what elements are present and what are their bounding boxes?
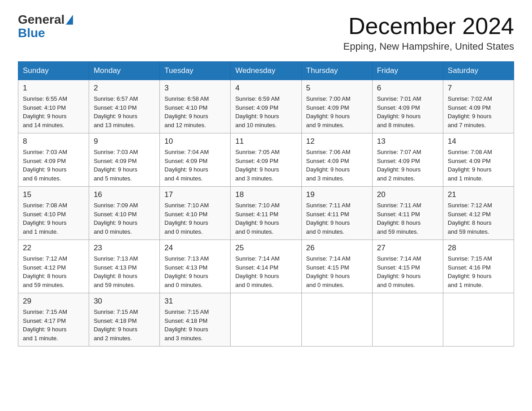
day-info: Sunrise: 7:14 AMSunset: 4:14 PMDaylight:… <box>235 254 296 289</box>
calendar-cell: 19Sunrise: 7:11 AMSunset: 4:11 PMDayligh… <box>301 187 372 240</box>
day-header-thursday: Thursday <box>301 62 372 80</box>
week-row-1: 1Sunrise: 6:55 AMSunset: 4:10 PMDaylight… <box>18 80 514 133</box>
day-number: 26 <box>306 244 368 253</box>
day-info: Sunrise: 6:57 AMSunset: 4:10 PMDaylight:… <box>94 94 155 129</box>
day-header-saturday: Saturday <box>443 62 514 80</box>
day-info: Sunrise: 7:15 AMSunset: 4:18 PMDaylight:… <box>94 308 155 342</box>
day-info: Sunrise: 7:15 AMSunset: 4:18 PMDaylight:… <box>164 308 226 342</box>
day-number: 8 <box>23 137 84 146</box>
day-header-tuesday: Tuesday <box>160 62 231 80</box>
page-header: General Blue December 2024 Epping, New H… <box>18 13 514 52</box>
day-info: Sunrise: 7:03 AMSunset: 4:09 PMDaylight:… <box>94 148 155 183</box>
day-info: Sunrise: 7:08 AMSunset: 4:10 PMDaylight:… <box>23 201 84 236</box>
day-number: 12 <box>306 137 368 146</box>
logo-general-text: General <box>18 13 64 26</box>
calendar-cell: 20Sunrise: 7:11 AMSunset: 4:11 PMDayligh… <box>372 187 443 240</box>
day-header-monday: Monday <box>89 62 160 80</box>
day-number: 17 <box>164 190 226 199</box>
calendar-cell: 5Sunrise: 7:00 AMSunset: 4:09 PMDaylight… <box>301 80 372 133</box>
day-info: Sunrise: 7:15 AMSunset: 4:17 PMDaylight:… <box>23 308 84 342</box>
calendar-cell: 26Sunrise: 7:14 AMSunset: 4:15 PMDayligh… <box>301 240 372 293</box>
calendar-cell: 10Sunrise: 7:04 AMSunset: 4:09 PMDayligh… <box>160 133 231 187</box>
day-number: 15 <box>23 190 84 199</box>
calendar-cell: 2Sunrise: 6:57 AMSunset: 4:10 PMDaylight… <box>89 80 160 133</box>
month-title: December 2024 <box>343 13 514 39</box>
day-number: 19 <box>306 190 368 199</box>
location-text: Epping, New Hampshire, United States <box>343 41 514 52</box>
calendar-cell: 14Sunrise: 7:08 AMSunset: 4:09 PMDayligh… <box>443 133 514 187</box>
day-info: Sunrise: 7:02 AMSunset: 4:09 PMDaylight:… <box>448 94 509 129</box>
calendar-cell: 11Sunrise: 7:05 AMSunset: 4:09 PMDayligh… <box>231 133 301 187</box>
day-number: 29 <box>23 297 84 306</box>
day-info: Sunrise: 7:01 AMSunset: 4:09 PMDaylight:… <box>377 94 438 129</box>
calendar-cell: 17Sunrise: 7:10 AMSunset: 4:10 PMDayligh… <box>160 187 231 240</box>
day-header-sunday: Sunday <box>18 62 89 80</box>
logo: General Blue <box>18 13 73 40</box>
calendar-cell <box>372 293 443 347</box>
calendar-cell: 12Sunrise: 7:06 AMSunset: 4:09 PMDayligh… <box>301 133 372 187</box>
calendar-header-row: SundayMondayTuesdayWednesdayThursdayFrid… <box>18 62 514 80</box>
day-number: 24 <box>164 244 226 253</box>
day-number: 30 <box>94 297 155 306</box>
day-number: 3 <box>164 84 226 93</box>
title-block: December 2024 Epping, New Hampshire, Uni… <box>343 13 514 52</box>
day-info: Sunrise: 7:15 AMSunset: 4:16 PMDaylight:… <box>448 254 509 289</box>
day-number: 23 <box>94 244 155 253</box>
day-number: 25 <box>235 244 296 253</box>
calendar-cell: 16Sunrise: 7:09 AMSunset: 4:10 PMDayligh… <box>89 187 160 240</box>
calendar-cell: 8Sunrise: 7:03 AMSunset: 4:09 PMDaylight… <box>18 133 89 187</box>
calendar-cell: 3Sunrise: 6:58 AMSunset: 4:10 PMDaylight… <box>160 80 231 133</box>
calendar-cell: 6Sunrise: 7:01 AMSunset: 4:09 PMDaylight… <box>372 80 443 133</box>
day-info: Sunrise: 7:12 AMSunset: 4:12 PMDaylight:… <box>448 201 509 236</box>
calendar-table: SundayMondayTuesdayWednesdayThursdayFrid… <box>18 61 514 347</box>
day-number: 28 <box>448 244 509 253</box>
calendar-cell: 23Sunrise: 7:13 AMSunset: 4:13 PMDayligh… <box>89 240 160 293</box>
day-number: 16 <box>94 190 155 199</box>
day-number: 7 <box>448 84 509 93</box>
day-number: 31 <box>164 297 226 306</box>
calendar-cell <box>231 293 301 347</box>
day-info: Sunrise: 7:11 AMSunset: 4:11 PMDaylight:… <box>377 201 438 236</box>
day-number: 2 <box>94 84 155 93</box>
calendar-cell: 31Sunrise: 7:15 AMSunset: 4:18 PMDayligh… <box>160 293 231 347</box>
day-info: Sunrise: 6:55 AMSunset: 4:10 PMDaylight:… <box>23 94 84 129</box>
calendar-cell: 24Sunrise: 7:13 AMSunset: 4:13 PMDayligh… <box>160 240 231 293</box>
day-number: 14 <box>448 137 509 146</box>
day-info: Sunrise: 7:13 AMSunset: 4:13 PMDaylight:… <box>94 254 155 289</box>
day-info: Sunrise: 7:00 AMSunset: 4:09 PMDaylight:… <box>306 94 368 129</box>
day-number: 27 <box>377 244 438 253</box>
day-info: Sunrise: 7:11 AMSunset: 4:11 PMDaylight:… <box>306 201 368 236</box>
day-number: 20 <box>377 190 438 199</box>
day-info: Sunrise: 7:12 AMSunset: 4:12 PMDaylight:… <box>23 254 84 289</box>
calendar-cell: 27Sunrise: 7:14 AMSunset: 4:15 PMDayligh… <box>372 240 443 293</box>
week-row-4: 22Sunrise: 7:12 AMSunset: 4:12 PMDayligh… <box>18 240 514 293</box>
calendar-cell: 18Sunrise: 7:10 AMSunset: 4:11 PMDayligh… <box>231 187 301 240</box>
day-number: 9 <box>94 137 155 146</box>
calendar-cell: 21Sunrise: 7:12 AMSunset: 4:12 PMDayligh… <box>443 187 514 240</box>
day-number: 18 <box>235 190 296 199</box>
calendar-cell: 25Sunrise: 7:14 AMSunset: 4:14 PMDayligh… <box>231 240 301 293</box>
day-number: 6 <box>377 84 438 93</box>
day-number: 22 <box>23 244 84 253</box>
day-info: Sunrise: 7:07 AMSunset: 4:09 PMDaylight:… <box>377 148 438 183</box>
calendar-cell: 28Sunrise: 7:15 AMSunset: 4:16 PMDayligh… <box>443 240 514 293</box>
day-header-wednesday: Wednesday <box>231 62 301 80</box>
day-info: Sunrise: 7:09 AMSunset: 4:10 PMDaylight:… <box>94 201 155 236</box>
day-header-friday: Friday <box>372 62 443 80</box>
calendar-cell: 4Sunrise: 6:59 AMSunset: 4:09 PMDaylight… <box>231 80 301 133</box>
day-info: Sunrise: 7:14 AMSunset: 4:15 PMDaylight:… <box>306 254 368 289</box>
day-info: Sunrise: 6:58 AMSunset: 4:10 PMDaylight:… <box>164 94 226 129</box>
calendar-cell: 9Sunrise: 7:03 AMSunset: 4:09 PMDaylight… <box>89 133 160 187</box>
day-info: Sunrise: 7:05 AMSunset: 4:09 PMDaylight:… <box>235 148 296 183</box>
calendar-cell <box>301 293 372 347</box>
day-number: 5 <box>306 84 368 93</box>
day-info: Sunrise: 7:06 AMSunset: 4:09 PMDaylight:… <box>306 148 368 183</box>
calendar-cell: 7Sunrise: 7:02 AMSunset: 4:09 PMDaylight… <box>443 80 514 133</box>
week-row-3: 15Sunrise: 7:08 AMSunset: 4:10 PMDayligh… <box>18 187 514 240</box>
day-info: Sunrise: 7:14 AMSunset: 4:15 PMDaylight:… <box>377 254 438 289</box>
day-info: Sunrise: 7:04 AMSunset: 4:09 PMDaylight:… <box>164 148 226 183</box>
week-row-2: 8Sunrise: 7:03 AMSunset: 4:09 PMDaylight… <box>18 133 514 187</box>
day-info: Sunrise: 7:13 AMSunset: 4:13 PMDaylight:… <box>164 254 226 289</box>
calendar-cell: 22Sunrise: 7:12 AMSunset: 4:12 PMDayligh… <box>18 240 89 293</box>
calendar-cell <box>443 293 514 347</box>
